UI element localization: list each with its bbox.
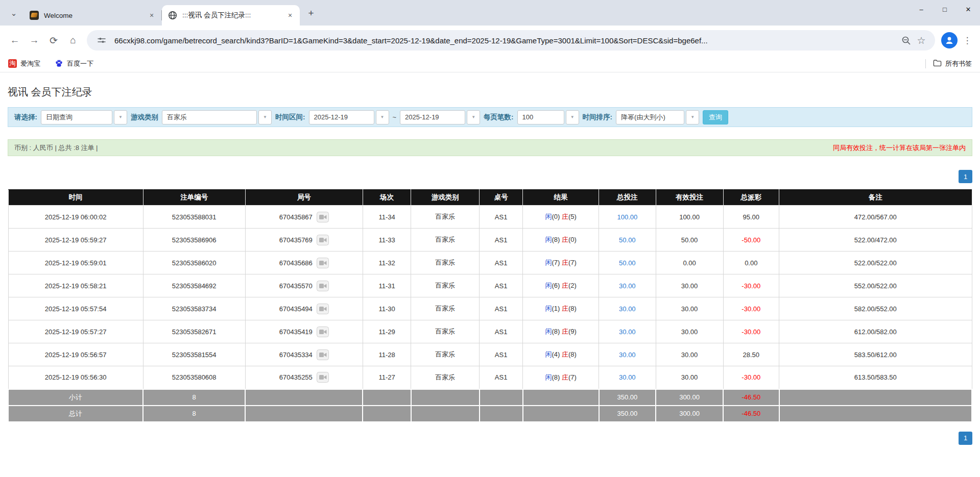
bookmark-star-icon[interactable]: ☆ [914, 33, 929, 48]
cell-total-bet[interactable]: 30.00 [599, 297, 656, 320]
cell-note: 522.00/472.00 [779, 229, 972, 252]
result-player: 闲 [545, 259, 552, 266]
round-id: 670435494 [279, 305, 313, 313]
video-replay-button[interactable] [317, 258, 329, 268]
pagination-page-1-bottom[interactable]: 1 [959, 432, 972, 445]
profile-avatar[interactable] [941, 32, 958, 48]
video-replay-button[interactable] [317, 212, 329, 222]
result-banker-score: (5) [568, 213, 577, 220]
chevron-down-icon[interactable]: ▼ [114, 110, 127, 124]
date-end-value[interactable]: 2025-12-19 [400, 110, 465, 124]
tab-close-icon[interactable]: × [285, 11, 295, 20]
time-sort-value[interactable]: 降幂(由大到小) [616, 110, 684, 124]
date-start-select[interactable]: 2025-12-19 ▼ [309, 110, 389, 124]
tab-search-chevron-icon[interactable]: ⌄ [6, 6, 21, 21]
reload-button[interactable]: ⟳ [44, 31, 63, 50]
cell-round: 670435570 [245, 274, 363, 297]
cell-time: 2025-12-19 05:56:57 [8, 343, 143, 366]
payout-value: -30.00 [742, 328, 760, 336]
result-banker: 庄 [562, 282, 568, 289]
cell-total-bet[interactable]: 30.00 [599, 343, 656, 366]
cell-round: 670435419 [245, 320, 363, 343]
window-minimize-button[interactable]: – [910, 0, 933, 18]
sum-valid-bet: 300.00 [656, 406, 723, 422]
video-replay-button[interactable] [317, 235, 329, 245]
summary-info-bar: 币别 : 人民币 | 总共 :8 注单 | 同局有效投注，统一计算在该局第一张注… [8, 139, 972, 156]
tab-welcome[interactable]: Welcome × [23, 5, 161, 26]
cell-total-bet[interactable]: 30.00 [599, 366, 656, 389]
query-type-select[interactable]: 日期查询 ▼ [41, 110, 127, 124]
tab-betrecord[interactable]: :::视讯 会员下注纪录::: × [162, 5, 300, 26]
total-bet-link[interactable]: 30.00 [619, 351, 636, 359]
table-row: 2025-12-19 05:58:21523053584692670435570… [8, 274, 972, 297]
result-player: 闲 [545, 328, 552, 335]
pagination-page-1-top[interactable]: 1 [959, 170, 972, 183]
per-page-value[interactable]: 100 [517, 110, 564, 124]
game-kind-value[interactable]: 百家乐 [162, 110, 257, 124]
video-replay-button[interactable] [317, 304, 329, 314]
result-banker-score: (0) [568, 236, 577, 243]
cell-result: 闲(4) 庄(8) [523, 343, 599, 366]
new-tab-button[interactable]: + [304, 6, 318, 20]
payout-value: -30.00 [742, 282, 760, 290]
address-bar[interactable]: 66cxkj98.com/game/betrecord_search/kind3… [87, 30, 935, 51]
window-maximize-button[interactable]: □ [933, 0, 957, 18]
bookmark-baidu[interactable]: 百度一下 [55, 59, 93, 68]
bookmark-aitaobao[interactable]: 淘 爱淘宝 [8, 59, 40, 68]
video-replay-button[interactable] [317, 281, 329, 291]
date-end-select[interactable]: 2025-12-19 ▼ [400, 110, 480, 124]
video-replay-button[interactable] [317, 327, 329, 337]
folder-icon [933, 59, 942, 68]
total-bet-link[interactable]: 50.00 [619, 259, 636, 267]
time-sort-select[interactable]: 降幂(由大到小) ▼ [616, 110, 699, 124]
cell-total-bet[interactable]: 50.00 [599, 252, 656, 274]
per-page-select[interactable]: 100 ▼ [517, 110, 579, 124]
total-bet-link[interactable]: 30.00 [619, 373, 636, 381]
cell-total-bet[interactable]: 30.00 [599, 274, 656, 297]
search-button[interactable]: 查询 [703, 110, 728, 124]
total-bet-link[interactable]: 50.00 [619, 236, 636, 244]
url-text[interactable]: 66cxkj98.com/game/betrecord_search/kind3… [114, 36, 898, 45]
result-player-score: (1) [552, 305, 560, 312]
cell-bet-id: 523053586906 [143, 229, 245, 252]
video-replay-button[interactable] [317, 349, 329, 360]
window-close-button[interactable]: ✕ [957, 0, 980, 18]
zoom-icon[interactable] [898, 33, 914, 48]
sum-label: 总计 [8, 406, 143, 422]
cell-round: 670435867 [245, 206, 363, 229]
sum-payout: -46.50 [723, 406, 779, 422]
total-bet-link[interactable]: 30.00 [619, 305, 636, 313]
round-id: 670435867 [279, 213, 313, 221]
round-id: 670435686 [279, 259, 313, 267]
result-player-score: (8) [552, 373, 560, 381]
site-info-icon[interactable] [94, 33, 109, 48]
cell-bet-id: 523053584692 [143, 274, 245, 297]
total-bet-link[interactable]: 100.00 [617, 213, 637, 221]
tab-close-icon[interactable]: × [147, 11, 156, 20]
chevron-down-icon[interactable]: ▼ [258, 110, 272, 124]
query-type-value[interactable]: 日期查询 [41, 110, 112, 124]
chevron-down-icon[interactable]: ▼ [467, 110, 480, 124]
forward-button[interactable]: → [25, 31, 44, 50]
cell-bet-id: 523053583734 [143, 297, 245, 320]
game-kind-select[interactable]: 百家乐 ▼ [162, 110, 272, 124]
cell-total-bet[interactable]: 30.00 [599, 320, 656, 343]
total-bet-link[interactable]: 30.00 [619, 328, 636, 336]
home-button[interactable]: ⌂ [63, 31, 83, 50]
cell-table-no: AS1 [480, 206, 523, 229]
total-bet-link[interactable]: 30.00 [619, 282, 636, 290]
browser-menu-kebab-icon[interactable]: ⋮ [960, 31, 975, 50]
cell-total-bet[interactable]: 100.00 [599, 206, 656, 229]
chevron-down-icon[interactable]: ▼ [566, 110, 579, 124]
video-replay-button[interactable] [317, 372, 329, 383]
date-start-value[interactable]: 2025-12-19 [309, 110, 374, 124]
all-bookmarks[interactable]: 所有书签 [925, 59, 972, 68]
column-header: 备注 [779, 190, 972, 206]
cell-note: 613.50/583.50 [779, 366, 972, 389]
chevron-down-icon[interactable]: ▼ [376, 110, 389, 124]
table-header-row: 时间注单编号局号场次游戏类别桌号结果总投注有效投注总派彩备注 [8, 190, 972, 206]
back-button[interactable]: ← [5, 31, 25, 50]
chevron-down-icon[interactable]: ▼ [686, 110, 699, 124]
cell-total-bet[interactable]: 50.00 [599, 229, 656, 252]
page-title: 视讯 会员下注纪录 [8, 85, 972, 99]
